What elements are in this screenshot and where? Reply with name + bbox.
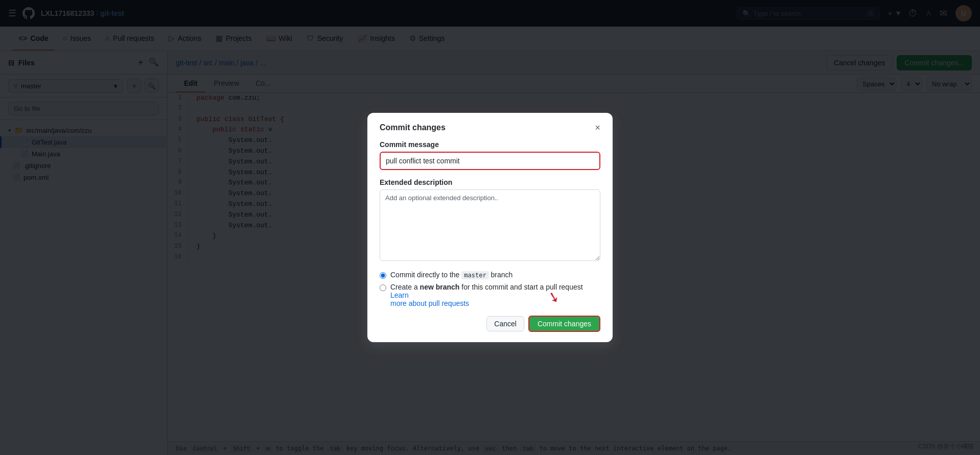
modal-cancel-button[interactable]: Cancel xyxy=(486,316,524,331)
modal-title: Commit changes xyxy=(380,123,446,132)
extended-desc-textarea[interactable] xyxy=(380,189,600,261)
new-branch-bold: new branch xyxy=(420,283,460,291)
radio-item-new-branch: Create a new branch for this commit and … xyxy=(380,283,600,307)
radio-direct[interactable] xyxy=(380,272,386,279)
commit-message-input[interactable] xyxy=(380,152,600,170)
commit-options: Commit directly to the master branch Cre… xyxy=(380,271,600,307)
learn-more-link[interactable]: Learnmore about pull requests xyxy=(390,291,469,307)
radio-new-branch[interactable] xyxy=(380,284,386,291)
radio-direct-label: Commit directly to the master branch xyxy=(390,271,512,279)
radio-item-direct: Commit directly to the master branch xyxy=(380,271,600,279)
modal-commit-button[interactable]: Commit changes xyxy=(528,316,600,332)
extended-desc-label: Extended description xyxy=(380,178,600,186)
modal-close-button[interactable]: × xyxy=(595,123,600,132)
branch-code: master xyxy=(461,271,488,279)
modal-header: Commit changes × xyxy=(380,123,600,132)
modal-overlay: Commit changes × Commit message Extended… xyxy=(0,0,980,455)
modal-footer: ➘ Cancel Commit changes xyxy=(380,316,600,332)
radio-new-branch-label: Create a new branch for this commit and … xyxy=(390,283,600,307)
commit-modal: Commit changes × Commit message Extended… xyxy=(367,113,613,342)
commit-message-label: Commit message xyxy=(380,140,600,149)
